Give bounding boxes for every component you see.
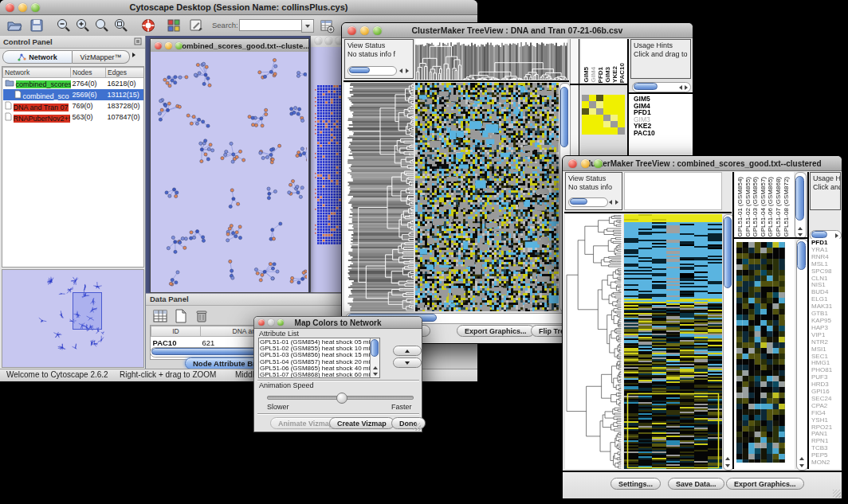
birdseye-view[interactable] xyxy=(2,269,144,368)
matrix-cell[interactable] xyxy=(603,127,610,134)
matrix-cell[interactable] xyxy=(596,108,603,115)
tab-vizmapper[interactable]: VizMapper™ xyxy=(73,50,130,64)
table-row[interactable]: DNA and Tran 07769(0)183728(0) xyxy=(3,100,144,111)
matrix-cell[interactable] xyxy=(596,95,603,101)
matrix-cell[interactable] xyxy=(596,115,603,121)
zoom-out-icon[interactable] xyxy=(56,18,72,33)
matrix-cell[interactable] xyxy=(603,95,610,101)
attribute-list[interactable]: GPL51-01 (GSM854) heat shock 05 minGPL51… xyxy=(260,339,370,378)
matrix-cell[interactable] xyxy=(596,101,603,107)
close-button[interactable] xyxy=(258,319,265,326)
scrollbar-thumb[interactable] xyxy=(560,87,568,147)
network-window-1[interactable]: combined_scores_good.txt--cluste... xyxy=(150,38,309,293)
network-table-column[interactable]: Edges xyxy=(106,68,144,78)
gene-label[interactable]: PAC10 xyxy=(634,130,689,137)
matrix-cell[interactable] xyxy=(596,127,603,134)
close-button[interactable] xyxy=(6,3,14,12)
matrix-cell[interactable] xyxy=(582,121,589,127)
gene-label[interactable]: MON2 xyxy=(811,459,840,467)
vizmapper-icon[interactable] xyxy=(166,18,182,33)
matrix-cell[interactable] xyxy=(603,101,610,107)
matrix-cell[interactable] xyxy=(618,127,625,134)
zoom-window-button[interactable] xyxy=(31,3,40,12)
minimize-button[interactable] xyxy=(360,26,369,35)
column-dendrogram[interactable] xyxy=(415,39,567,80)
matrix-cell[interactable] xyxy=(603,115,610,121)
matrix-cell[interactable] xyxy=(589,115,596,121)
matrix-cell[interactable] xyxy=(582,95,589,101)
zoom-window-button[interactable] xyxy=(175,42,183,49)
treeview2-save-data-button[interactable]: Save Data... xyxy=(668,478,724,490)
main-title-bar[interactable]: Cytoscape Desktop (Session Name: collins… xyxy=(0,0,477,15)
view-status-scrollbar[interactable] xyxy=(347,66,397,76)
close-button[interactable] xyxy=(347,26,356,35)
dialog-title-bar[interactable]: Map Colors to Network xyxy=(254,317,422,329)
matrix-cell[interactable] xyxy=(618,95,625,101)
data-table-column[interactable]: ID xyxy=(151,326,201,337)
matrix-cell[interactable] xyxy=(589,121,596,127)
network-name-cell[interactable]: combined_sco xyxy=(3,89,71,100)
dialog-create-vizmap-button[interactable]: Create Vizmap xyxy=(329,417,395,429)
zoom-fit-icon[interactable] xyxy=(113,18,129,33)
matrix-cell[interactable] xyxy=(610,95,618,101)
table-row[interactable]: combined_scores_2764(0)16218(0) xyxy=(3,78,144,90)
matrix-cell[interactable] xyxy=(610,115,618,121)
network-name-cell[interactable]: DNA and Tran 07 xyxy=(3,100,71,111)
matrix-cell[interactable] xyxy=(610,101,618,107)
new-attribute-icon[interactable] xyxy=(173,308,189,324)
treeview2-export-graphics-button[interactable]: Export Graphics... xyxy=(726,478,804,490)
birdseye-canvas[interactable] xyxy=(2,270,143,367)
minimize-button[interactable] xyxy=(165,42,172,49)
matrix-cell[interactable] xyxy=(603,121,610,127)
move-down-button[interactable] xyxy=(393,357,422,368)
gene-label-list[interactable]: GIM5GIM4PFD1GIM3YKE2PAC10 xyxy=(634,96,689,137)
matrix-cell[interactable] xyxy=(589,101,596,107)
zoom-vscrollbar[interactable] xyxy=(796,239,808,471)
matrix-cell[interactable] xyxy=(603,108,610,115)
zoom-heatmap-canvas[interactable] xyxy=(736,242,785,463)
treeview1-title-bar[interactable]: ClusterMaker TreeView : DNA and Tran 07-… xyxy=(342,23,693,38)
save-icon[interactable] xyxy=(29,18,45,33)
label-vscrollbar[interactable] xyxy=(795,172,807,239)
matrix-cell[interactable] xyxy=(596,121,603,127)
move-up-button[interactable] xyxy=(393,346,422,356)
matrix-cell[interactable] xyxy=(618,101,625,107)
network-table-column[interactable]: Network xyxy=(3,68,71,78)
minimize-button[interactable] xyxy=(268,319,274,326)
matrix-cell[interactable] xyxy=(589,95,596,101)
close-button[interactable] xyxy=(568,159,577,168)
scrollbar-thumb[interactable] xyxy=(724,217,732,288)
table-row[interactable]: RNAPuberNov2+!563(0)107847(0) xyxy=(3,111,144,123)
minimize-button[interactable] xyxy=(325,37,332,45)
matrix-cell[interactable] xyxy=(618,108,625,115)
zoom-window-button[interactable] xyxy=(594,159,603,168)
zoom-window-button[interactable] xyxy=(373,26,382,35)
heatmap-canvas[interactable] xyxy=(624,214,722,469)
matrix-cell[interactable] xyxy=(582,115,589,121)
minimize-button[interactable] xyxy=(18,3,27,12)
matrix-cell[interactable] xyxy=(610,108,618,115)
resize-grip[interactable] xyxy=(833,490,841,498)
matrix-cell[interactable] xyxy=(618,115,625,121)
correlation-matrix[interactable] xyxy=(582,95,625,135)
gene-label-list[interactable]: PFD1YRA1RNR4MSL1SPC98CLN1NIS1BUD4ELG1MAK… xyxy=(811,240,840,467)
matrix-cell[interactable] xyxy=(589,127,596,134)
network-name-cell[interactable]: RNAPuberNov2+! xyxy=(3,111,71,123)
zoom-selected-icon[interactable] xyxy=(94,18,110,33)
attribute-list-item[interactable]: GPL51-07 (GSM868) heat shock 60 min xyxy=(260,372,370,378)
animation-speed-slider[interactable] xyxy=(267,396,414,400)
matrix-cell[interactable] xyxy=(582,101,589,107)
search-input[interactable] xyxy=(239,19,303,31)
network-name-cell[interactable]: combined_scores_ xyxy=(3,78,71,90)
row-dendrogram[interactable] xyxy=(344,83,414,311)
attribute-list-vscrollbar[interactable] xyxy=(370,338,379,377)
help-lifering-icon[interactable] xyxy=(140,18,156,33)
delete-attribute-icon[interactable] xyxy=(194,308,210,324)
tab-network[interactable]: Network xyxy=(2,50,73,64)
matrix-cell[interactable] xyxy=(618,121,625,127)
matrix-cell[interactable] xyxy=(582,127,589,134)
row-dendrogram[interactable] xyxy=(565,214,622,469)
treeview2-settings-button[interactable]: Settings... xyxy=(610,478,661,490)
matrix-cell[interactable] xyxy=(610,121,618,127)
network-table-column[interactable]: Nodes xyxy=(71,68,106,78)
